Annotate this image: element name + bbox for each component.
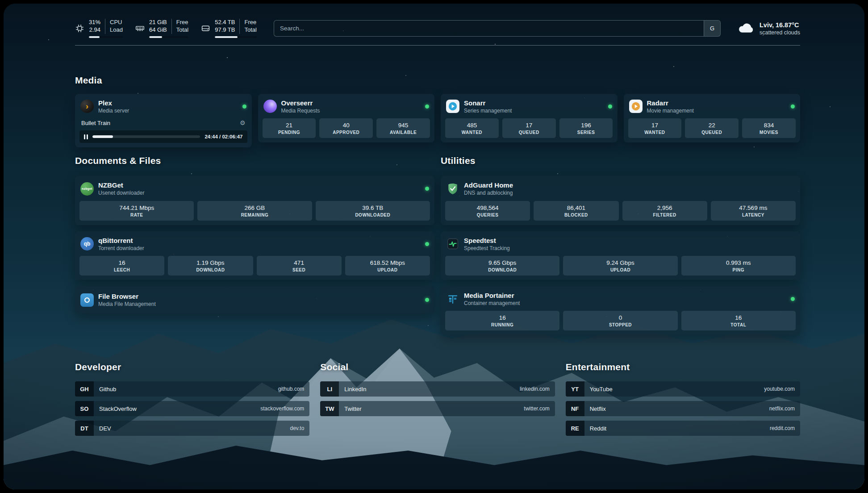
- bookmark-url: reddit.com: [770, 425, 795, 431]
- gear-icon[interactable]: ⚙: [240, 119, 246, 126]
- search-input[interactable]: [274, 25, 704, 32]
- stat-remaining: 266 GB REMAINING: [197, 201, 312, 221]
- service-title: File Browser: [98, 292, 156, 301]
- service-card-sonarr[interactable]: Sonarr Series management 485 WANTED 17 Q…: [441, 94, 618, 142]
- search-provider-button[interactable]: G: [704, 21, 720, 36]
- bookmark-group-developer: Developer GH Github github.com SO StackO…: [75, 362, 309, 440]
- filebrowser-icon: [80, 293, 94, 307]
- memory-total-label: Total: [176, 26, 188, 34]
- service-card-qbittorrent[interactable]: qb qBittorrent Torrent downloader 16 LEE…: [75, 231, 434, 280]
- bookmark-name: Github: [99, 386, 116, 393]
- service-title: NZBGet: [98, 181, 144, 189]
- stat-queued: 17 QUEUED: [502, 118, 556, 138]
- stat-movies: 834 MOVIES: [742, 118, 796, 138]
- stat-series: 196 SERIES: [559, 118, 613, 138]
- dashboard-screen: 31% 2.94 CPU Load: [4, 4, 864, 489]
- bookmark-twitter[interactable]: TW Twitter twitter.com: [320, 401, 555, 416]
- bookmark-group-entertainment: Entertainment YT YouTube youtube.com NF …: [566, 362, 800, 440]
- bookmark-dev[interactable]: DT DEV dev.to: [75, 421, 309, 436]
- stat-approved: 40 APPROVED: [319, 118, 373, 138]
- weather-widget: Lviv, 16.87°C scattered clouds: [738, 21, 800, 36]
- bookmark-abbr: TW: [320, 401, 339, 416]
- plex-icon: ›: [80, 100, 94, 113]
- service-subtitle: DNS and adblocking: [464, 190, 513, 196]
- bookmark-url: dev.to: [290, 425, 305, 431]
- search-bar: G: [274, 20, 721, 37]
- service-subtitle: Series management: [464, 108, 512, 114]
- pause-icon[interactable]: [84, 134, 88, 139]
- bookmark-youtube[interactable]: YT YouTube youtube.com: [566, 381, 800, 397]
- resource-widget-disk: 52.4 TB 97.9 TB Free Total: [201, 19, 257, 38]
- stat-blocked: 86,401 BLOCKED: [534, 201, 618, 221]
- section-utilities: Utilities: [441, 155, 800, 335]
- service-card-filebrowser[interactable]: File Browser Media File Management: [75, 286, 434, 313]
- service-card-adguard[interactable]: AdGuard Home DNS and adblocking 498,564 …: [441, 176, 800, 225]
- stat-wanted: 485 WANTED: [445, 118, 499, 138]
- nzbget-icon: nzbget: [80, 182, 94, 196]
- cloud-icon: [738, 21, 754, 35]
- overseerr-icon: [263, 100, 277, 113]
- memory-progress-bar: [149, 36, 188, 38]
- service-title: Media Portainer: [464, 292, 520, 300]
- bookmark-name: Twitter: [344, 405, 361, 412]
- status-dot: [425, 104, 429, 109]
- section-title-documents: Documents & Files: [75, 155, 434, 166]
- cpu-load-label: Load: [110, 26, 123, 34]
- topbar: 31% 2.94 CPU Load: [75, 4, 800, 38]
- bookmark-url: netflix.com: [769, 405, 795, 412]
- bookmark-linkedin[interactable]: LI LinkedIn linkedin.com: [320, 381, 555, 397]
- speedtest-icon: [446, 237, 459, 251]
- service-title: Radarr: [647, 99, 694, 107]
- bookmark-url: github.com: [278, 386, 305, 392]
- playback-bar: 24:44 / 02:06:47: [79, 130, 247, 143]
- service-subtitle: Torrent downloader: [98, 245, 144, 251]
- service-subtitle: Media server: [98, 108, 129, 114]
- disk-total-label: Total: [244, 26, 256, 34]
- cpu-usage-percent: 31%: [89, 19, 100, 26]
- service-title: Sonarr: [464, 99, 512, 107]
- section-title-entertainment: Entertainment: [566, 362, 800, 372]
- bookmark-github[interactable]: GH Github github.com: [75, 381, 309, 397]
- sonarr-icon: [446, 100, 459, 113]
- service-card-portainer[interactable]: Media Portainer Container management 16 …: [441, 286, 800, 335]
- service-card-speedtest[interactable]: Speedtest Speedtest Tracking 9.65 Gbps D…: [441, 231, 800, 280]
- memory-icon: [135, 24, 145, 33]
- playback-progress[interactable]: [92, 135, 200, 138]
- service-title: Speedtest: [464, 237, 510, 245]
- bookmarks-section: Developer GH Github github.com SO StackO…: [75, 362, 800, 465]
- stat-queued: 22 QUEUED: [685, 118, 739, 138]
- status-dot: [425, 187, 429, 191]
- bookmark-abbr: DT: [75, 421, 94, 436]
- memory-total-value: 64 GiB: [149, 26, 167, 34]
- service-title: Plex: [98, 99, 129, 107]
- stat-download: 9.65 Gbps DOWNLOAD: [445, 256, 559, 276]
- bookmark-name: Netflix: [590, 405, 606, 412]
- resource-widgets: 31% 2.94 CPU Load: [75, 19, 257, 38]
- service-card-plex[interactable]: › Plex Media server Bullet Train ⚙: [75, 94, 252, 147]
- bookmark-name: YouTube: [590, 386, 613, 393]
- cpu-icon: [75, 24, 84, 33]
- service-card-nzbget[interactable]: nzbget NZBGet Usenet downloader 744.21 M…: [75, 176, 434, 225]
- service-card-radarr[interactable]: Radarr Movie management 17 WANTED 22 QUE…: [624, 94, 801, 142]
- dashboard-content: 31% 2.94 CPU Load: [4, 4, 864, 489]
- section-title-social: Social: [320, 362, 555, 372]
- service-subtitle: Movie management: [647, 108, 694, 114]
- service-subtitle: Media Requests: [281, 108, 320, 114]
- adguard-icon: [446, 182, 459, 196]
- bookmark-reddit[interactable]: RE Reddit reddit.com: [566, 421, 800, 436]
- section-documents: Documents & Files nzbget NZBGet Usenet d…: [75, 155, 434, 313]
- bookmark-name: Reddit: [590, 425, 607, 432]
- bookmark-abbr: LI: [320, 381, 339, 397]
- stat-stopped: 0 STOPPED: [563, 311, 677, 330]
- bookmark-name: DEV: [99, 425, 111, 432]
- bookmark-stackoverflow[interactable]: SO StackOverflow stackoverflow.com: [75, 401, 309, 416]
- snow-particles: [4, 4, 4, 4]
- disk-free-label: Free: [244, 19, 256, 26]
- cpu-label: CPU: [110, 19, 123, 26]
- service-title: qBittorrent: [98, 237, 144, 245]
- bookmark-abbr: RE: [566, 421, 584, 436]
- service-card-overseerr[interactable]: Overseerr Media Requests 21 PENDING 40 A…: [258, 94, 435, 142]
- bookmark-netflix[interactable]: NF Netflix netflix.com: [566, 401, 800, 416]
- bookmark-name: LinkedIn: [344, 386, 366, 393]
- qbittorrent-icon: qb: [80, 237, 94, 251]
